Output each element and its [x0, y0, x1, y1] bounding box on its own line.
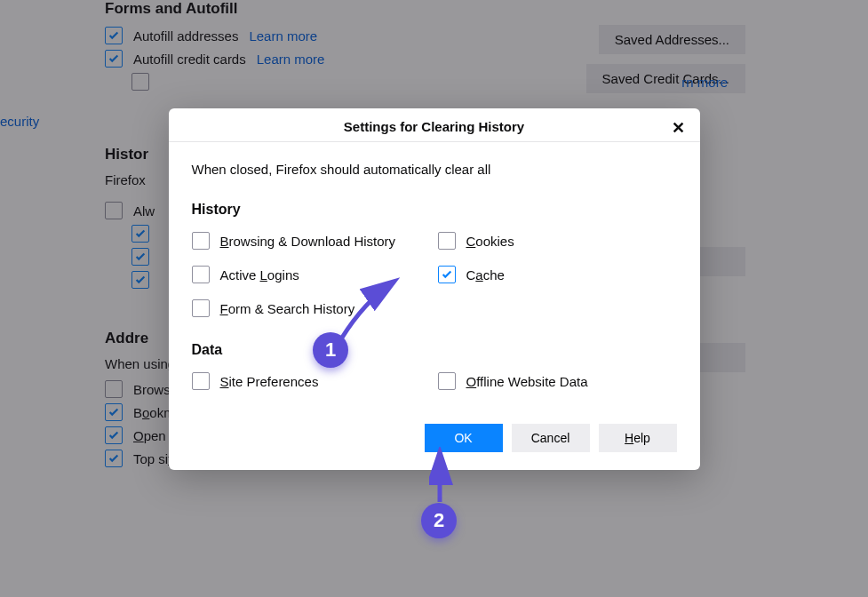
active-logins-label[interactable]: Active Logins — [220, 267, 299, 283]
dialog-header: Settings for Clearing History ✕ — [169, 108, 700, 142]
cache-checkbox[interactable] — [438, 266, 456, 283]
history-options-grid: Browsing & Download History Cookies Acti… — [192, 232, 677, 317]
clearing-history-dialog: Settings for Clearing History ✕ When clo… — [169, 108, 700, 470]
dialog-data-title: Data — [192, 342, 677, 358]
browsing-download-label[interactable]: Browsing & Download History — [220, 234, 396, 249]
annotation-badge-2: 2 — [421, 503, 457, 538]
dialog-body: When closed, Firefox should automaticall… — [169, 142, 700, 424]
dialog-intro: When closed, Firefox should automaticall… — [192, 162, 677, 177]
data-options-grid: Site Preferences Offline Website Data — [192, 372, 677, 390]
site-prefs-checkbox[interactable] — [192, 372, 210, 390]
offline-data-label[interactable]: Offline Website Data — [466, 374, 588, 389]
browsing-download-option: Browsing & Download History — [192, 232, 431, 250]
cache-option: Cache — [438, 266, 677, 283]
dialog-history-title: History — [192, 202, 677, 218]
help-button[interactable]: Help — [599, 424, 677, 452]
annotation-arrow-2 — [429, 447, 456, 509]
dialog-title: Settings for Clearing History — [344, 119, 524, 134]
cancel-button[interactable]: Cancel — [512, 424, 590, 452]
cookies-checkbox[interactable] — [438, 232, 456, 250]
offline-data-checkbox[interactable] — [438, 372, 456, 390]
browsing-download-checkbox[interactable] — [192, 232, 210, 250]
site-prefs-option: Site Preferences — [192, 372, 431, 390]
close-icon[interactable]: ✕ — [668, 117, 689, 139]
cookies-option: Cookies — [438, 232, 677, 250]
offline-data-option: Offline Website Data — [438, 372, 677, 390]
cache-label[interactable]: Cache — [466, 267, 505, 283]
active-logins-checkbox[interactable] — [192, 266, 210, 283]
site-prefs-label[interactable]: Site Preferences — [220, 374, 319, 389]
cookies-label[interactable]: Cookies — [466, 234, 514, 249]
annotation-badge-1: 1 — [313, 332, 348, 368]
form-search-checkbox[interactable] — [192, 299, 210, 317]
